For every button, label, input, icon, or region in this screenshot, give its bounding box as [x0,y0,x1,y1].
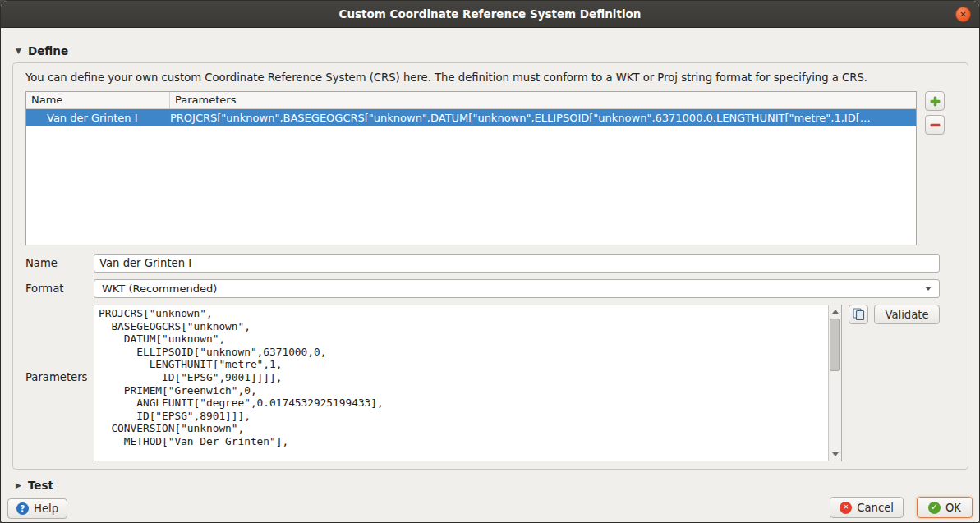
column-header-name[interactable]: Name [26,92,170,108]
scroll-down-button[interactable] [829,448,841,461]
name-input[interactable] [94,254,940,273]
scrollbar-thumb[interactable] [830,319,840,371]
help-icon: ? [16,502,29,515]
help-button-label: Help [34,502,58,515]
ok-icon: ✓ [928,502,941,514]
scroll-down-icon [832,452,839,456]
format-selected-value: WKT (Recommended) [102,282,217,295]
format-select[interactable]: WKT (Recommended) [94,279,940,298]
add-crs-button[interactable] [925,91,945,111]
table-row-van-der-grinten[interactable]: Van der Grinten I PROJCRS["unknown",BASE… [26,109,916,126]
crs-table[interactable]: Name Parameters Van der Grinten I PROJCR… [25,91,917,245]
cancel-button[interactable]: ✕ Cancel [830,497,904,518]
parameters-label: Parameters [25,371,87,383]
row-name-cell: Van der Grinten I [26,112,170,124]
scroll-up-icon [832,310,839,314]
custom-crs-dialog: Custom Coordinate Reference System Defin… [0,0,980,523]
remove-crs-button[interactable] [925,115,945,135]
row-parameters-cell: PROJCRS["unknown",BASEGEOGCRS["unknown",… [170,112,916,124]
ok-button-label: OK [945,502,961,514]
test-group-title: Test [28,479,53,492]
format-label: Format [25,282,63,295]
titlebar[interactable]: Custom Coordinate Reference System Defin… [1,1,979,28]
copy-icon [853,308,865,321]
help-button[interactable]: ? Help [7,498,67,519]
chevron-down-icon [925,287,932,291]
ok-button[interactable]: ✓ OK [917,497,973,518]
scroll-up-button[interactable] [829,305,841,318]
parameters-wkt-text[interactable]: PROJCRS["unknown", BASEGEOGCRS["unknown"… [94,305,828,461]
copy-wkt-button[interactable] [849,305,868,324]
test-group-header[interactable]: ▶ Test [16,479,53,492]
name-label: Name [25,257,58,269]
close-button[interactable]: ✕ [955,7,971,22]
vertical-scrollbar[interactable] [828,305,841,461]
chevron-right-icon: ▶ [16,482,21,489]
window-title: Custom Coordinate Reference System Defin… [339,7,642,21]
chevron-down-icon: ▼ [16,48,21,55]
close-icon: ✕ [959,11,966,19]
cancel-icon: ✕ [840,502,852,514]
define-group-header[interactable]: ▼ Define [16,44,68,57]
crs-table-header: Name Parameters [26,92,916,109]
validate-button[interactable]: Validate [874,305,940,324]
minus-icon [930,120,941,131]
crs-description-text: You can define your own custom Coordinat… [25,71,954,84]
define-group-title: Define [28,44,68,57]
parameters-editor[interactable]: PROJCRS["unknown", BASEGEOGCRS["unknown"… [94,305,842,461]
plus-icon [930,96,941,107]
cancel-button-label: Cancel [857,502,894,514]
column-header-parameters[interactable]: Parameters [170,92,916,108]
